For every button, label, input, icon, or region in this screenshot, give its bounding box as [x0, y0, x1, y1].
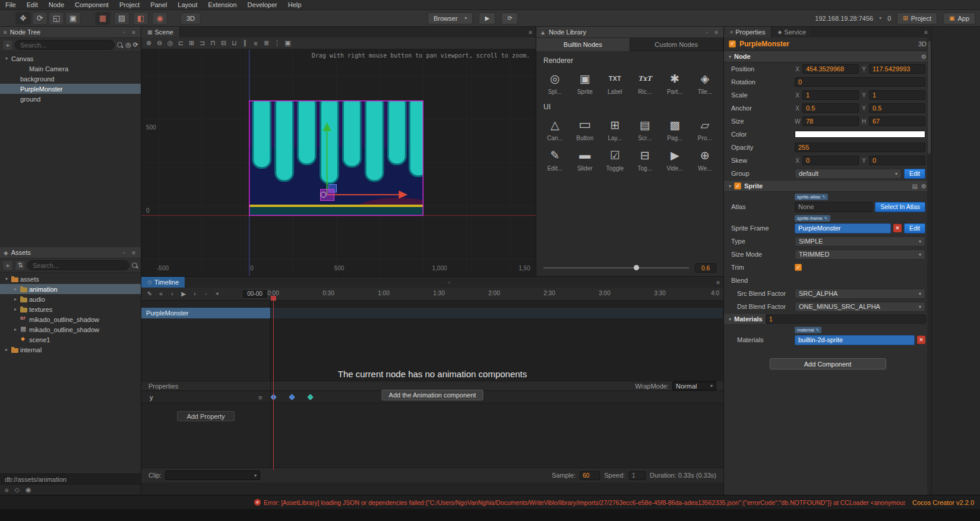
edit-sprite-frame-button[interactable]: Edit	[904, 223, 925, 233]
create-asset-button[interactable]: +	[2, 260, 13, 271]
match-size-icon[interactable]: ▣	[283, 39, 293, 48]
debug-icon[interactable]: ◉	[152, 12, 167, 25]
menu-component[interactable]: Component	[69, 0, 114, 10]
select-in-atlas-button[interactable]: Select In Atlas	[875, 202, 925, 212]
node-section-header[interactable]: ▾ Node ⚙	[724, 50, 931, 62]
node-item-pageview[interactable]: ▩ Pag...	[660, 115, 690, 143]
node-item-togglegroup[interactable]: ⊟ Tog...	[630, 145, 660, 173]
wrapmode-dropdown[interactable]: Normal ▾	[672, 381, 716, 390]
preview-ip-address[interactable]: 192.168.19.28:7456	[815, 15, 873, 22]
refresh-tree-icon[interactable]: ⟳	[133, 41, 138, 49]
play-icon[interactable]: ▶	[179, 289, 188, 299]
menu-help[interactable]: Help	[283, 0, 307, 10]
background-sprite[interactable]	[249, 96, 441, 224]
profiler-icon[interactable]: ◧	[133, 12, 148, 25]
material-field[interactable]: builtin-2d-sprite	[795, 335, 915, 345]
help-doc-icon[interactable]: ▤	[912, 183, 918, 190]
tab-properties[interactable]: ≡ Properties	[724, 27, 772, 37]
asset-item-internal[interactable]: ▸ internal	[0, 345, 141, 355]
rect-tool-icon[interactable]: ▣	[65, 12, 81, 25]
gear-icon[interactable]: ⚙	[921, 183, 927, 190]
undock-icon[interactable]: ▫	[444, 279, 454, 286]
node-item-editbox[interactable]: ✎ Edit...	[540, 145, 570, 173]
scene-viewport[interactable]: Drag with right mouse button to pan view…	[141, 49, 536, 276]
undock-icon[interactable]: ▫	[122, 29, 128, 36]
menu-extension[interactable]: Extension	[203, 0, 242, 10]
tab-scene[interactable]: ▦ Scene	[141, 27, 180, 37]
next-frame-icon[interactable]: ›	[190, 289, 200, 299]
menu-edit[interactable]: Edit	[21, 0, 43, 10]
asset-item-scene1[interactable]: scene1	[0, 334, 141, 345]
rotation-input[interactable]	[795, 77, 925, 87]
add-animation-component-button[interactable]: Add the Animation component	[382, 390, 483, 400]
track-row-purplemonster[interactable]: PurpleMonster	[141, 308, 270, 318]
materials-count-input[interactable]	[766, 314, 927, 324]
record-icon[interactable]: ◦	[201, 289, 211, 299]
asset-item-audio[interactable]: ▸ audio	[0, 294, 141, 304]
compile-icon[interactable]: ▦	[95, 12, 110, 25]
collapse-arrow-icon[interactable]: ▾	[729, 184, 731, 189]
asset-item-textures[interactable]: ▸ textures	[0, 304, 141, 314]
sprite-section-header[interactable]: ▾ Sprite ▤ ⚙	[724, 180, 931, 192]
node-item-webview[interactable]: ⊕ We...	[690, 145, 720, 173]
anchor-y-input[interactable]	[869, 103, 925, 113]
node-item-canvas[interactable]: △ Can...	[540, 115, 570, 143]
clear-sprite-frame-icon[interactable]: ✕	[893, 224, 902, 232]
menu-node[interactable]: Node	[43, 0, 69, 10]
skew-y-input[interactable]	[869, 156, 925, 165]
undock-icon[interactable]: ▫	[704, 29, 710, 36]
expand-arrow-icon[interactable]: ▸	[12, 307, 18, 312]
node-tree-item-canvas[interactable]: ▾ Canvas	[0, 53, 141, 64]
selected-sprite-bounds[interactable]	[321, 190, 334, 201]
filter-icon[interactable]: ◇	[14, 486, 19, 494]
search-icon[interactable]	[116, 42, 124, 49]
undock-icon[interactable]: ▫	[122, 250, 128, 256]
preview-settings-icon[interactable]: ▤	[114, 12, 129, 25]
panel-menu-icon[interactable]: ≡	[713, 279, 723, 286]
panel-menu-icon[interactable]: ≡	[713, 29, 720, 36]
node-3d-badge[interactable]: 3D	[918, 40, 927, 48]
scale-tool-icon[interactable]: ◱	[49, 12, 64, 25]
move-tool-icon[interactable]: ✥	[15, 12, 31, 25]
expand-arrow-icon[interactable]: ▸	[12, 286, 18, 292]
align-center-icon[interactable]: ⊞	[186, 39, 197, 48]
property-menu-icon[interactable]: ≡	[258, 394, 262, 401]
tab-service[interactable]: ◈ Service	[772, 27, 813, 37]
add-property-button[interactable]: Add Property	[177, 411, 235, 421]
scale-x-input[interactable]	[802, 90, 859, 100]
tab-custom-nodes[interactable]: Custom Nodes	[630, 38, 724, 51]
src-blend-dropdown[interactable]: SRC_ALPHA ▾	[795, 289, 925, 299]
anchor-x-input[interactable]	[802, 103, 859, 113]
expand-arrow-icon[interactable]: ▸	[12, 296, 18, 302]
node-active-checkbox[interactable]	[729, 40, 736, 48]
skew-x-input[interactable]	[802, 156, 859, 165]
add-key-icon[interactable]: +	[213, 289, 222, 299]
prev-frame-icon[interactable]: ‹	[167, 289, 177, 299]
tab-builtin-nodes[interactable]: Builtin Nodes	[536, 38, 630, 51]
panel-menu-icon[interactable]: ≡	[921, 29, 931, 36]
properties-scrollbar[interactable]	[927, 37, 931, 495]
size-w-input[interactable]	[802, 116, 859, 126]
trim-checkbox[interactable]	[795, 264, 802, 271]
clear-material-icon[interactable]: ✕	[917, 336, 925, 344]
edit-clip-icon[interactable]: ✎	[145, 289, 154, 299]
opacity-input[interactable]	[795, 143, 925, 152]
node-item-progressbar[interactable]: ▱ Pro...	[690, 115, 720, 143]
node-item-label[interactable]: TXT Label	[600, 68, 630, 96]
node-item-sprite[interactable]: ▣ Sprite	[570, 68, 600, 96]
menu-layout[interactable]: Layout	[172, 0, 203, 10]
zoom-reset-icon[interactable]: ◎	[165, 39, 175, 48]
asset-item-animation[interactable]: ▸ animation	[0, 284, 141, 294]
position-x-input[interactable]	[802, 64, 859, 74]
locate-node-icon[interactable]: ◎	[125, 41, 131, 49]
sample-input[interactable]	[580, 471, 600, 480]
keyframe-diamond[interactable]	[308, 394, 314, 400]
dst-blend-dropdown[interactable]: ONE_MINUS_SRC_ALPHA ▾	[795, 302, 925, 312]
size-mode-dropdown[interactable]: TRIMMED ▾	[795, 250, 925, 260]
playhead-marker[interactable]	[271, 296, 276, 301]
asset-item-assets[interactable]: ▾ assets	[0, 274, 141, 284]
chevron-down-icon[interactable]: ▾	[879, 15, 881, 21]
zoom-out-icon[interactable]: ⊖	[154, 39, 165, 48]
gear-icon[interactable]: ⚙	[921, 53, 927, 60]
asset-item-mikado-texture[interactable]: ▸ mikado_outline_shadow	[0, 324, 141, 334]
